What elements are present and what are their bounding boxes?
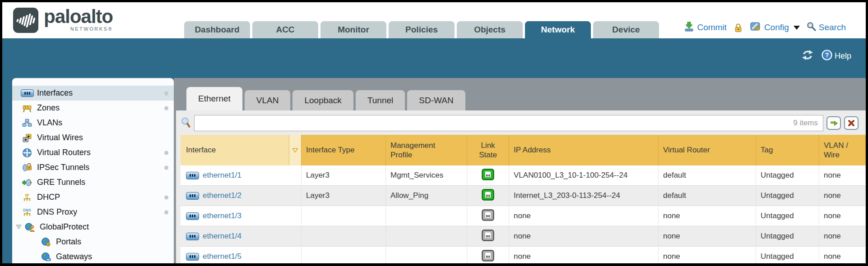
ethernet-panel: 9 items Interface Interface Type Managem…: [176, 110, 866, 263]
ethernet-port-icon: [186, 233, 199, 240]
apply-filter-button[interactable]: [826, 116, 841, 130]
column-header-vlan-wire[interactable]: VLAN / Wire: [819, 135, 866, 165]
gre-tunnels-icon: [21, 178, 33, 188]
main-nav: Dashboard ACC Monitor Policies Objects N…: [184, 21, 659, 38]
sort-dropdown[interactable]: [289, 135, 301, 165]
config-menu[interactable]: Config: [750, 21, 800, 34]
sidebar-item-virtual-wires[interactable]: Virtual Wires: [12, 130, 174, 145]
sidebar-item-gre-tunnels[interactable]: GRE Tunnels: [12, 175, 174, 190]
search-icon: [807, 22, 816, 33]
ipsec-tunnels-icon: [21, 163, 33, 173]
virtual-wires-icon: [21, 133, 33, 143]
interface-link[interactable]: ethernet1/1: [203, 171, 241, 180]
filter-bar: 9 items: [176, 110, 866, 135]
subtab-tunnel[interactable]: Tunnel: [356, 90, 405, 110]
paloalto-logo: paloalto NETWORKS®: [13, 6, 113, 33]
sidebar-item-zones[interactable]: Zones: [12, 101, 174, 115]
item-dot: [164, 195, 168, 199]
interface-link[interactable]: ethernet1/4: [203, 232, 241, 241]
sidebar: Interfaces Zones VLANs Virtual Wires: [12, 78, 174, 263]
refresh-button[interactable]: [801, 50, 814, 63]
globalprotect-icon: [24, 222, 36, 232]
table-row: ethernet1/2 Layer3 Allow_Ping Internet_L…: [181, 186, 866, 206]
item-dot: [164, 210, 168, 214]
dns-proxy-icon: DNS: [21, 207, 33, 217]
item-dot: [164, 165, 168, 170]
sidebar-item-dhcp[interactable]: IP DHCP: [12, 190, 174, 205]
help-icon: ?: [821, 49, 833, 63]
link-state-icon: [482, 229, 494, 243]
commit-button[interactable]: Commit: [684, 21, 726, 34]
config-icon: [750, 21, 761, 34]
ethernet-port-icon: [186, 192, 199, 200]
ethernet-port-icon: [186, 212, 199, 220]
sidebar-background: Interfaces Zones VLANs Virtual Wires: [2, 78, 174, 263]
subtab-sdwan[interactable]: SD-WAN: [407, 90, 465, 110]
column-header-ip-address[interactable]: IP Address: [509, 135, 659, 165]
table-row: ethernet1/5 none none Untagged none: [181, 247, 866, 263]
app-window: paloalto NETWORKS® Dashboard ACC Monitor…: [2, 2, 866, 263]
link-state-icon: [482, 250, 494, 264]
zones-icon: [21, 103, 33, 113]
top-header: paloalto NETWORKS® Dashboard ACC Monitor…: [2, 2, 866, 38]
vlans-icon: [21, 118, 33, 128]
svg-text:IP: IP: [25, 193, 29, 197]
interfaces-icon: [21, 89, 33, 97]
tab-monitor[interactable]: Monitor: [320, 21, 386, 38]
commit-icon: [684, 21, 694, 34]
utility-bar: ? Help: [2, 38, 866, 78]
tab-network[interactable]: Network: [525, 21, 591, 38]
tab-device[interactable]: Device: [593, 21, 659, 38]
network-subtabs: Ethernet VLAN Loopback Tunnel SD-WAN: [186, 87, 465, 110]
interfaces-table: Interface Interface Type Management Prof…: [181, 135, 866, 263]
help-button[interactable]: ? Help: [821, 49, 851, 63]
column-header-interface-type[interactable]: Interface Type: [302, 135, 386, 165]
column-header-interface[interactable]: Interface: [181, 135, 302, 165]
expander-triangle-icon[interactable]: [16, 225, 22, 229]
interface-link[interactable]: ethernet1/3: [203, 211, 241, 220]
column-header-management-profile[interactable]: Management Profile: [386, 135, 467, 165]
item-dot: [164, 106, 168, 110]
table-body: ethernet1/1 Layer3 Mgmt_Services VLAN010…: [181, 165, 866, 263]
clear-filter-button[interactable]: [844, 116, 859, 130]
link-state-icon: [482, 189, 494, 203]
filter-input[interactable]: [194, 115, 823, 131]
column-header-tag[interactable]: Tag: [756, 135, 819, 165]
sidebar-item-virtual-routers[interactable]: Virtual Routers: [12, 145, 174, 160]
logo-wordmark: paloalto: [44, 6, 113, 28]
sidebar-item-portals[interactable]: Portals: [12, 234, 174, 249]
virtual-routers-icon: [21, 148, 33, 158]
subtab-loopback[interactable]: Loopback: [292, 90, 353, 110]
sidebar-item-vlans[interactable]: VLANs: [12, 115, 174, 130]
column-header-virtual-router[interactable]: Virtual Router: [659, 135, 756, 165]
subtab-vlan[interactable]: VLAN: [245, 90, 291, 110]
lock-icon[interactable]: [733, 23, 743, 33]
filter-magnifier-icon: [181, 117, 191, 130]
sidebar-item-gateways[interactable]: Gateways: [12, 249, 174, 263]
tab-acc[interactable]: ACC: [252, 21, 318, 38]
dhcp-icon: IP: [21, 193, 33, 202]
tab-policies[interactable]: Policies: [389, 21, 455, 38]
table-row: ethernet1/4 none none Untagged none: [181, 226, 866, 247]
table-header: Interface Interface Type Management Prof…: [181, 135, 866, 165]
sidebar-item-dns-proxy[interactable]: DNS DNS Proxy: [12, 205, 174, 220]
subtab-ethernet[interactable]: Ethernet: [186, 87, 242, 110]
table-row: ethernet1/1 Layer3 Mgmt_Services VLAN010…: [181, 165, 866, 186]
link-state-icon: [482, 169, 494, 183]
gateways-icon: [40, 252, 52, 262]
sidebar-item-globalprotect[interactable]: GlobalProtect: [12, 220, 174, 234]
column-header-link-state[interactable]: Link State: [467, 135, 509, 165]
tab-dashboard[interactable]: Dashboard: [184, 21, 250, 38]
portals-icon: [40, 237, 52, 247]
interface-link[interactable]: ethernet1/5: [203, 252, 241, 261]
search-button[interactable]: Search: [807, 22, 846, 33]
paloalto-logo-mark-icon: [13, 8, 38, 33]
ethernet-port-icon: [186, 172, 199, 179]
interface-link[interactable]: ethernet1/2: [203, 191, 241, 200]
tab-objects[interactable]: Objects: [457, 21, 523, 38]
svg-text:?: ?: [825, 51, 829, 59]
sidebar-item-ipsec-tunnels[interactable]: IPSec Tunnels: [12, 160, 174, 175]
header-actions: Commit Config Search: [684, 21, 846, 34]
item-dot: [164, 151, 168, 155]
sidebar-item-interfaces[interactable]: Interfaces: [12, 86, 174, 101]
